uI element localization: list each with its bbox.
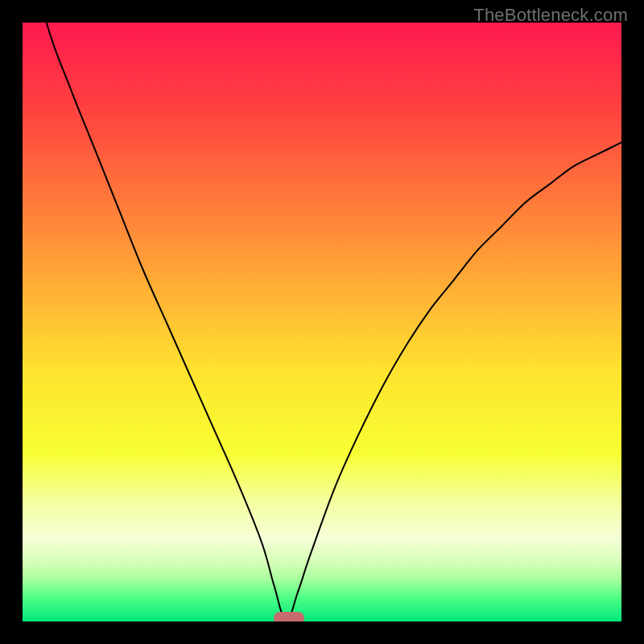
chart-frame: TheBottleneck.com <box>0 0 644 644</box>
watermark-text: TheBottleneck.com <box>473 5 628 26</box>
plot-area <box>23 23 621 621</box>
bottleneck-curve <box>23 23 621 621</box>
optimum-marker <box>274 612 303 621</box>
